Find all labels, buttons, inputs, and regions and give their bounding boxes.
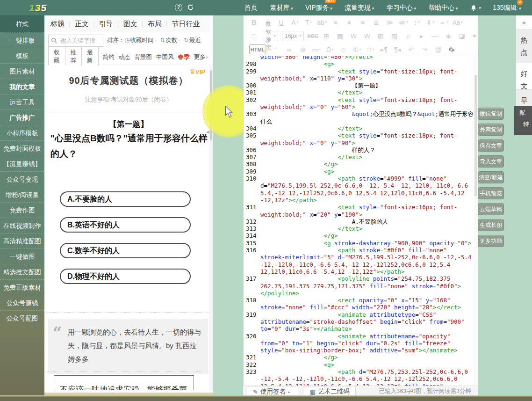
category-tab[interactable]: 布局 xyxy=(137,20,162,28)
notifications-button[interactable]: ▾ xyxy=(470,5,481,11)
image-upload-icon[interactable]: ▦ xyxy=(335,30,345,42)
sidebar-item[interactable]: 广告推广 xyxy=(0,110,44,125)
topnav-item[interactable]: 首页 xyxy=(244,4,257,12)
sidebar-item[interactable]: 图片素材 xyxy=(0,64,44,79)
filter-button[interactable]: 推荐 xyxy=(65,47,82,66)
ordered-list-icon[interactable]: ①▾ xyxy=(352,44,362,55)
redo-icon[interactable]: ↷ xyxy=(419,44,430,55)
sidebar-item[interactable]: 精选推文配图 xyxy=(0,264,44,280)
action-button[interactable]: 清空/新建 xyxy=(478,171,504,183)
undo-icon[interactable]: ↶ xyxy=(406,44,417,55)
sidebar-item[interactable]: 公众号变现 xyxy=(0,172,44,187)
filter-link[interactable]: 背景图 xyxy=(135,54,152,60)
scroll-left-arrow-icon[interactable]: ◀ xyxy=(206,130,209,134)
tab-hot-topics[interactable]: 热点 xyxy=(516,29,532,63)
scrollbar-thumb[interactable] xyxy=(474,75,477,197)
sidebar-item[interactable]: 增粉/阅读量 xyxy=(0,187,44,203)
sidebar-item[interactable]: 免费正版素材 xyxy=(0,280,44,295)
strikethrough-icon[interactable]: ABC xyxy=(307,30,318,42)
underline-icon[interactable]: U xyxy=(276,17,287,28)
word-icon[interactable]: W xyxy=(362,30,373,42)
action-button[interactable]: 微信复制 xyxy=(478,108,504,120)
filter-link[interactable]: 中国风 xyxy=(156,54,174,60)
align-center-icon[interactable]: ≡ xyxy=(344,17,354,28)
template-preview-card[interactable]: ♛VIP 90后专属测试题（模拟卷） 注意事项:考试对象90后（闭卷） 【第一题… xyxy=(44,66,213,390)
filter-link[interactable]: 简约 xyxy=(103,54,115,60)
filter-link[interactable]: 更多▿ xyxy=(194,54,208,60)
category-tab[interactable]: 标题 xyxy=(50,20,65,28)
sort-option[interactable]: ⇅次数 xyxy=(160,36,183,44)
letter-spacing-icon[interactable]: ⇔▾ xyxy=(439,17,449,28)
action-button[interactable]: 云端草稿 xyxy=(478,203,504,215)
sidebar-item[interactable]: 免费封面模板 xyxy=(0,141,44,156)
align-left-icon[interactable]: ≡ xyxy=(330,17,341,28)
highlight-color-icon[interactable]: ab▾ xyxy=(316,17,327,28)
sidebar-item[interactable]: 样式 xyxy=(0,15,44,33)
blockquote-icon[interactable]: “ xyxy=(270,44,281,55)
eraser-icon[interactable]: ◈ xyxy=(443,30,454,42)
collapse-panel-button[interactable]: « xyxy=(516,15,532,29)
font-size-select[interactable]: 16px▾ xyxy=(282,31,304,41)
filter-button[interactable]: 最新 xyxy=(81,47,99,66)
code-scrollbar[interactable] xyxy=(474,56,478,386)
category-tab[interactable]: 正文 xyxy=(65,20,89,28)
bold-icon[interactable]: B xyxy=(249,17,259,28)
refresh-icon[interactable] xyxy=(187,4,194,13)
link-icon[interactable]: ∞ xyxy=(284,44,295,55)
align-right-icon[interactable]: ≡ xyxy=(357,17,368,28)
sidebar-item[interactable]: 公众号配图 xyxy=(0,311,44,326)
rtl-paragraph-icon[interactable]: ¶◂ xyxy=(392,44,403,55)
action-button[interactable]: 生成长图 xyxy=(478,219,504,231)
text-style-icon[interactable]: T▾ xyxy=(303,17,314,28)
sidebar-item[interactable]: 运营工具 xyxy=(0,95,44,110)
font-color-icon[interactable]: A▾ xyxy=(289,17,300,28)
topnav-item[interactable]: 帮助中心▾ xyxy=(428,4,458,12)
new-doc-icon[interactable]: □ xyxy=(249,30,259,42)
sidebar-item[interactable]: 一键做图 xyxy=(0,249,44,264)
sidebar-item[interactable]: 【流量赚钱】 xyxy=(0,156,44,172)
font-family-select[interactable]: 微软雅黑▾ xyxy=(263,31,278,41)
screenshot-icon[interactable]: ▧ xyxy=(389,30,400,42)
unlink-icon[interactable]: ⊘ xyxy=(297,44,308,55)
topnav-item[interactable]: 流量变现▾ xyxy=(345,4,374,12)
tab-good-articles[interactable]: 好文 xyxy=(516,63,532,90)
action-button[interactable]: 手机预览 xyxy=(478,187,504,199)
indent-icon[interactable]: ≫ xyxy=(384,17,395,28)
filter-button[interactable]: 收藏 xyxy=(48,47,65,66)
video-icon[interactable]: ▸ xyxy=(416,30,427,42)
sidebar-item[interactable]: 我的文章 xyxy=(0,79,44,95)
html-source-button[interactable]: HTML xyxy=(249,44,266,54)
category-tab[interactable]: 图文 xyxy=(113,20,137,28)
filter-link[interactable]: 动态 xyxy=(119,54,130,60)
topnav-item[interactable]: 素材库▾ xyxy=(270,4,293,12)
help-icon[interactable]: ? xyxy=(175,4,182,11)
hr-icon[interactable]: — xyxy=(430,30,440,42)
music-icon[interactable]: ♫ xyxy=(403,30,413,42)
magic-wand-icon[interactable]: ✶▾ xyxy=(470,30,481,42)
topnav-item[interactable]: HOTVIP服务▾ xyxy=(305,4,332,12)
filter-link[interactable]: 春季 xyxy=(178,54,190,60)
ltr-paragraph-icon[interactable]: ▸¶ xyxy=(379,44,389,55)
sidebar-item[interactable]: 小程序模板 xyxy=(0,125,44,141)
textbox-icon[interactable]: ▭▾ xyxy=(311,44,322,55)
app-logo[interactable]: 135 xyxy=(29,2,47,14)
table-icon[interactable]: ⊞ xyxy=(321,30,332,42)
special-char-icon[interactable]: Ω▾ xyxy=(324,44,335,55)
sidebar-item[interactable]: 模板 xyxy=(0,48,44,64)
user-menu[interactable]: V135编辑 ▾ xyxy=(493,4,521,12)
topnav-item[interactable]: 学习中心▾ xyxy=(387,4,416,12)
sidebar-item[interactable]: 公众号赚钱 xyxy=(0,295,44,311)
sort-option[interactable]: ↻最近 xyxy=(184,36,201,44)
action-button[interactable]: 更多功能 xyxy=(478,235,504,247)
text-case-icon[interactable]: Aa▾ xyxy=(452,17,463,28)
sidebar-item[interactable]: 免费作图 xyxy=(0,203,44,218)
sidebar-item[interactable]: 一键排版 xyxy=(0,33,44,48)
mention-icon[interactable]: @ xyxy=(433,44,444,55)
code-editor[interactable]: width="360" height="460"></rect> 298 <g>… xyxy=(244,56,474,386)
justify-icon[interactable]: ≣ xyxy=(371,17,381,28)
format-brush-icon[interactable]: ◪ xyxy=(457,30,467,42)
outdent-icon[interactable]: ≪▾ xyxy=(398,17,409,28)
sidebar-item[interactable]: 在线视频制作 xyxy=(0,218,44,233)
word-import-icon[interactable]: W xyxy=(348,30,359,42)
picture-icon[interactable]: ▨ xyxy=(375,30,386,42)
